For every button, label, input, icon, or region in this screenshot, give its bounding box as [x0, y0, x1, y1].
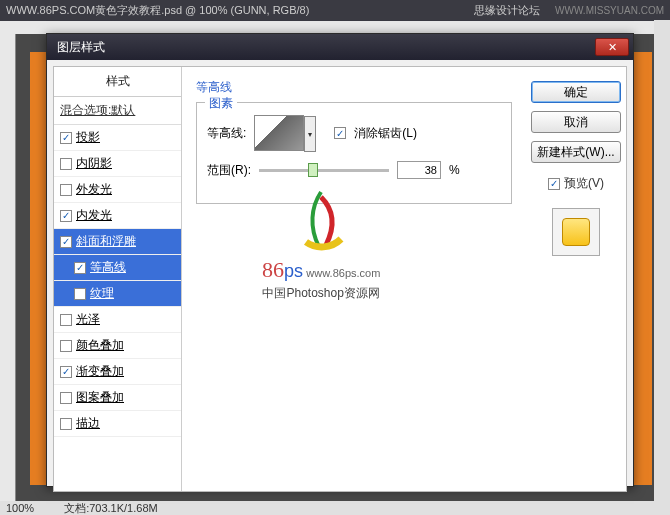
logo-ps: ps: [284, 261, 303, 281]
style-label: 斜面和浮雕: [76, 233, 136, 250]
range-label: 范围(R):: [207, 162, 251, 179]
style-label: 内发光: [76, 207, 112, 224]
style-label: 等高线: [90, 259, 126, 276]
contour-dropdown-icon[interactable]: ▾: [304, 116, 316, 152]
fieldset-legend: 图素: [205, 95, 237, 112]
antialias-label: 消除锯齿(L): [354, 125, 417, 142]
zoom-level[interactable]: 100%: [6, 502, 34, 514]
elements-fieldset: 图素 等高线: ▾ 消除锯齿(L) 范围(R): %: [196, 102, 512, 204]
preview-label: 预览(V): [564, 175, 604, 192]
watermark-url: WWW.MISSYUAN.COM: [555, 5, 664, 16]
antialias-checkbox[interactable]: [334, 127, 346, 139]
new-style-button[interactable]: 新建样式(W)...: [531, 141, 621, 163]
style-item[interactable]: 内阴影: [54, 151, 181, 177]
style-checkbox[interactable]: [60, 210, 72, 222]
style-label: 外发光: [76, 181, 112, 198]
style-label: 光泽: [76, 311, 100, 328]
style-item[interactable]: 图案叠加: [54, 385, 181, 411]
style-label: 渐变叠加: [76, 363, 124, 380]
style-checkbox[interactable]: [60, 366, 72, 378]
style-item[interactable]: 投影: [54, 125, 181, 151]
dialog-titlebar[interactable]: 图层样式 ✕: [47, 34, 633, 60]
logo-86: 86: [262, 257, 284, 282]
style-checkbox[interactable]: [60, 184, 72, 196]
style-checkbox[interactable]: [60, 418, 72, 430]
contour-label: 等高线:: [207, 125, 246, 142]
style-checkbox[interactable]: [74, 262, 86, 274]
style-checkbox[interactable]: [74, 288, 86, 300]
styles-list: 样式 混合选项:默认 投影内阴影外发光内发光斜面和浮雕等高线纹理光泽颜色叠加渐变…: [54, 67, 182, 491]
blend-options-row[interactable]: 混合选项:默认: [54, 97, 181, 125]
style-item[interactable]: 渐变叠加: [54, 359, 181, 385]
style-label: 纹理: [90, 285, 114, 302]
style-label: 投影: [76, 129, 100, 146]
style-checkbox[interactable]: [60, 132, 72, 144]
style-item[interactable]: 纹理: [54, 281, 181, 307]
style-label: 描边: [76, 415, 100, 432]
layer-style-dialog: 图层样式 ✕ 样式 混合选项:默认 投影内阴影外发光内发光斜面和浮雕等高线纹理光…: [46, 33, 634, 487]
style-item[interactable]: 外发光: [54, 177, 181, 203]
style-checkbox[interactable]: [60, 158, 72, 170]
preview-swatch: [552, 208, 600, 256]
logo-cn: 中国Photoshop资源网: [262, 285, 380, 302]
document-title: WWW.86PS.COM黄色字效教程.psd @ 100% (GUNN, RGB…: [6, 3, 309, 18]
style-item[interactable]: 内发光: [54, 203, 181, 229]
panel-title: 等高线: [196, 79, 512, 96]
ok-button[interactable]: 确定: [531, 81, 621, 103]
forum-label: 思缘设计论坛: [474, 4, 540, 16]
style-checkbox[interactable]: [60, 340, 72, 352]
style-checkbox[interactable]: [60, 314, 72, 326]
style-item[interactable]: 光泽: [54, 307, 181, 333]
style-item[interactable]: 斜面和浮雕: [54, 229, 181, 255]
close-button[interactable]: ✕: [595, 38, 629, 56]
style-checkbox[interactable]: [60, 236, 72, 248]
style-label: 内阴影: [76, 155, 112, 172]
style-label: 图案叠加: [76, 389, 124, 406]
dialog-title: 图层样式: [57, 39, 105, 56]
range-slider[interactable]: [259, 169, 389, 172]
contour-panel: 等高线 图素 等高线: ▾ 消除锯齿(L) 范围(R): %: [182, 67, 526, 491]
contour-picker[interactable]: ▾: [254, 115, 304, 151]
style-label: 颜色叠加: [76, 337, 124, 354]
right-scrollbar[interactable]: [654, 20, 670, 501]
doc-size: 文档:703.1K/1.68M: [64, 501, 158, 516]
app-titlebar: WWW.86PS.COM黄色字效教程.psd @ 100% (GUNN, RGB…: [0, 0, 670, 21]
style-item[interactable]: 颜色叠加: [54, 333, 181, 359]
preview-checkbox[interactable]: [548, 178, 560, 190]
logo-url: www.86ps.com: [306, 267, 380, 279]
watermark-logo: 86ps www.86ps.com 中国Photoshop资源网: [262, 187, 380, 302]
style-item[interactable]: 等高线: [54, 255, 181, 281]
ruler-vertical: [0, 34, 16, 501]
status-bar: 100% 文档:703.1K/1.68M: [0, 501, 670, 515]
range-unit: %: [449, 163, 460, 177]
cancel-button[interactable]: 取消: [531, 111, 621, 133]
styles-header[interactable]: 样式: [54, 67, 181, 97]
button-panel: 确定 取消 新建样式(W)... 预览(V): [526, 67, 626, 491]
style-item[interactable]: 描边: [54, 411, 181, 437]
style-checkbox[interactable]: [60, 392, 72, 404]
range-input[interactable]: [397, 161, 441, 179]
preview-thumbnail: [562, 218, 590, 246]
slider-thumb[interactable]: [308, 163, 318, 177]
